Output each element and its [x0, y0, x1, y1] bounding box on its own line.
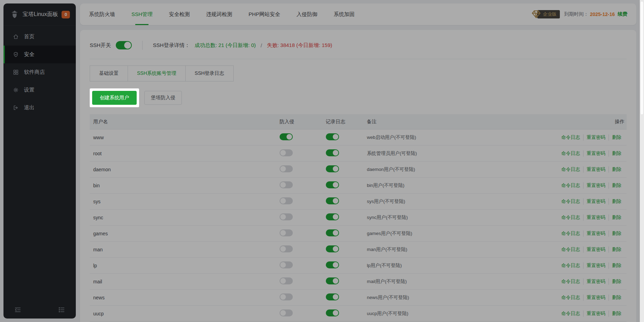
command-log-link[interactable]: 命令日志	[558, 182, 583, 189]
log-toggle[interactable]	[326, 181, 339, 188]
log-toggle[interactable]	[326, 229, 339, 236]
username-cell: news	[90, 295, 276, 300]
ssh-sub-tab-1[interactable]: SSH系统账号管理	[128, 65, 186, 81]
command-log-link[interactable]: 命令日志	[558, 278, 583, 285]
anti-intrusion-toggle[interactable]	[280, 245, 293, 252]
delete-link[interactable]: 删除	[609, 214, 625, 221]
delete-link[interactable]: 删除	[609, 134, 625, 141]
remark-cell: web启动用户(不可登陆)	[363, 134, 543, 141]
anti-intrusion-toggle[interactable]	[280, 277, 293, 284]
reset-password-link[interactable]: 重置密码	[583, 230, 609, 237]
menu-list-icon[interactable]	[58, 306, 65, 314]
delete-link[interactable]: 删除	[609, 230, 625, 237]
reset-password-link[interactable]: 重置密码	[583, 150, 609, 157]
command-log-link[interactable]: 命令日志	[558, 246, 583, 253]
baota-pagoda-icon	[10, 10, 19, 19]
anti-intrusion-toggle[interactable]	[280, 229, 293, 236]
create-system-user-button[interactable]: 创建系统用户	[92, 91, 137, 105]
nav-tab-1[interactable]: SSH管理	[131, 3, 153, 25]
command-log-link[interactable]: 命令日志	[558, 311, 583, 317]
toggle-knob	[280, 150, 286, 156]
renew-link[interactable]: 续费	[618, 11, 627, 17]
log-toggle[interactable]	[326, 277, 339, 284]
toggle-knob	[287, 134, 292, 140]
delete-link[interactable]: 删除	[609, 278, 625, 285]
baota-anti-intrusion-button[interactable]: 堡塔防入侵	[144, 91, 182, 105]
log-toggle[interactable]	[326, 197, 339, 204]
log-toggle[interactable]	[326, 165, 339, 172]
command-log-link[interactable]: 命令日志	[558, 150, 583, 157]
reset-password-link[interactable]: 重置密码	[583, 246, 609, 253]
table-header-row: 用户名 防入侵 记录日志 备注 操作	[90, 114, 627, 129]
log-toggle[interactable]	[326, 213, 339, 220]
log-toggle[interactable]	[326, 133, 339, 140]
vertical-scrollbar[interactable]	[640, 0, 644, 322]
delete-link[interactable]: 删除	[609, 262, 625, 269]
anti-intrusion-toggle[interactable]	[280, 213, 293, 220]
log-cell	[322, 293, 363, 302]
reset-password-link[interactable]: 重置密码	[583, 294, 609, 301]
nav-tab-3[interactable]: 违规词检测	[206, 3, 232, 25]
command-log-link[interactable]: 命令日志	[558, 198, 583, 205]
ssh-sub-tab-2[interactable]: SSH登录日志	[185, 65, 234, 81]
nav-tab-2[interactable]: 安全检测	[169, 3, 190, 25]
command-log-link[interactable]: 命令日志	[558, 262, 583, 269]
nav-tab-4[interactable]: PHP网站安全	[249, 3, 280, 25]
sidebar-item-0[interactable]: 首页	[3, 28, 76, 46]
anti-intrusion-toggle[interactable]	[280, 165, 293, 172]
reset-password-link[interactable]: 重置密码	[583, 166, 609, 173]
delete-link[interactable]: 删除	[609, 246, 625, 253]
command-log-link[interactable]: 命令日志	[558, 166, 583, 173]
log-toggle[interactable]	[326, 149, 339, 156]
delete-link[interactable]: 删除	[609, 311, 625, 317]
log-toggle[interactable]	[326, 261, 339, 268]
reset-password-link[interactable]: 重置密码	[583, 198, 609, 205]
reset-password-link[interactable]: 重置密码	[583, 214, 609, 221]
ssh-sub-tab-0[interactable]: 基础设置	[90, 65, 128, 81]
remark-cell: man用户(不可登陆)	[363, 246, 543, 253]
log-toggle[interactable]	[326, 245, 339, 252]
expire-label: 到期时间：	[564, 11, 588, 17]
nav-tab-0[interactable]: 系统防火墙	[89, 3, 115, 25]
reset-password-link[interactable]: 重置密码	[583, 182, 609, 189]
reset-password-link[interactable]: 重置密码	[583, 278, 609, 285]
username-cell: daemon	[90, 167, 276, 172]
scrollbar-thumb[interactable]	[640, 1, 644, 115]
anti-intrusion-toggle[interactable]	[280, 261, 293, 268]
anti-intrusion-toggle[interactable]	[280, 309, 293, 316]
anti-intrusion-toggle[interactable]	[280, 181, 293, 188]
ssh-switch-toggle[interactable]	[116, 41, 132, 49]
delete-link[interactable]: 删除	[609, 150, 625, 157]
nav-tab-6[interactable]: 系统加固	[334, 3, 355, 25]
log-toggle[interactable]	[326, 309, 339, 316]
reset-password-link[interactable]: 重置密码	[583, 134, 609, 141]
command-log-link[interactable]: 命令日志	[558, 294, 583, 301]
anti-intrusion-toggle[interactable]	[280, 293, 293, 300]
sidebar-item-label: 软件商店	[24, 69, 45, 76]
delete-link[interactable]: 删除	[609, 166, 625, 173]
anti-intrusion-toggle[interactable]	[280, 149, 293, 156]
log-toggle[interactable]	[326, 293, 339, 300]
nav-tab-5[interactable]: 入侵防御	[297, 3, 317, 25]
toggle-knob	[280, 262, 286, 268]
command-log-link[interactable]: 命令日志	[558, 134, 583, 141]
delete-link[interactable]: 删除	[609, 294, 625, 301]
anti-intrusion-cell	[276, 261, 322, 270]
toggle-knob	[333, 214, 338, 220]
sidebar-item-3[interactable]: 设置	[3, 81, 76, 99]
collapse-sidebar-icon[interactable]	[14, 306, 22, 314]
sidebar-item-4[interactable]: 退出	[3, 99, 76, 117]
delete-link[interactable]: 删除	[609, 182, 625, 189]
sidebar-item-1[interactable]: 安全	[3, 46, 76, 63]
reset-password-link[interactable]: 重置密码	[583, 262, 609, 269]
sidebar-item-2[interactable]: 软件商店	[3, 63, 76, 81]
command-log-link[interactable]: 命令日志	[558, 230, 583, 237]
reset-password-link[interactable]: 重置密码	[583, 311, 609, 317]
log-cell	[322, 181, 363, 190]
anti-intrusion-toggle[interactable]	[280, 197, 293, 204]
message-count-badge[interactable]: 0	[62, 11, 70, 18]
sidebar-item-label: 退出	[24, 104, 34, 111]
delete-link[interactable]: 删除	[609, 198, 625, 205]
command-log-link[interactable]: 命令日志	[558, 214, 583, 221]
anti-intrusion-toggle[interactable]	[280, 133, 293, 140]
